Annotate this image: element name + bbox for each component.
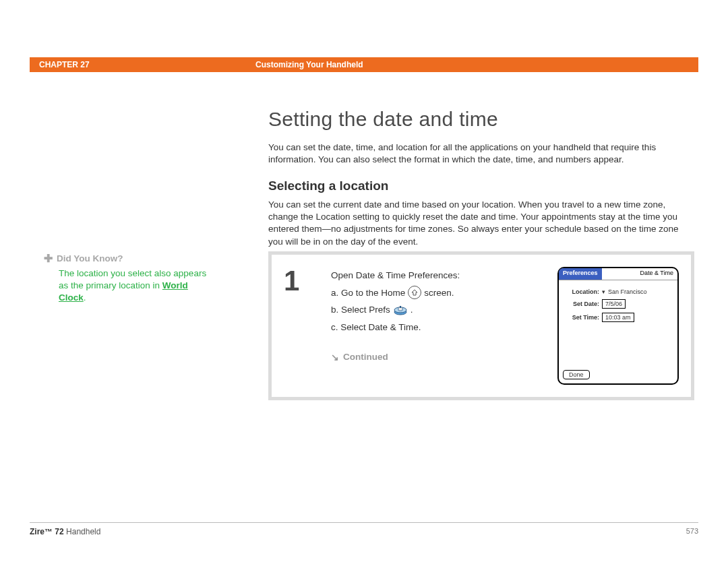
device-screenshot: Preferences Date & Time Location: ▾ San … xyxy=(557,267,679,385)
step-title: Open Date & Time Preferences: xyxy=(331,267,537,284)
step-instructions: Open Date & Time Preferences: a. Go to t… xyxy=(331,267,537,385)
device-date-value: 7/5/06 xyxy=(602,299,626,309)
chapter-header-bar: CHAPTER 27 Customizing Your Handheld xyxy=(30,57,698,72)
page-title: Setting the date and time xyxy=(268,108,498,131)
step-container: 1 Open Date & Time Preferences: a. Go to… xyxy=(268,251,694,400)
device-panel-name: Date & Time xyxy=(636,268,677,280)
device-time-value: 10:03 am xyxy=(602,313,634,322)
page-number: 573 xyxy=(686,527,698,536)
device-time-row: Set Time: 10:03 am xyxy=(566,313,671,322)
device-location-value: San Francisco xyxy=(608,288,647,295)
continued-indicator: ↘ Continued xyxy=(331,348,537,367)
home-icon xyxy=(408,286,421,299)
section-heading: Selecting a location xyxy=(268,179,388,193)
plus-icon: ✚ xyxy=(44,251,53,266)
prefs-icon xyxy=(393,305,408,315)
device-date-row: Set Date: 7/5/06 xyxy=(566,299,671,309)
page-footer: Zire™ 72 Handheld 573 xyxy=(30,522,698,536)
did-you-know-body: The location you select also appears as … xyxy=(59,268,212,305)
step-c: c. Select Date & Time. xyxy=(331,319,537,336)
svg-rect-3 xyxy=(400,306,401,308)
product-name: Zire™ 72 Handheld xyxy=(30,527,100,536)
chapter-number: CHAPTER 27 xyxy=(30,60,255,69)
step-number: 1 xyxy=(284,267,311,385)
step-inner: 1 Open Date & Time Preferences: a. Go to… xyxy=(272,255,691,397)
step-b: b. Select Prefs . xyxy=(331,301,537,319)
dropdown-icon: ▾ xyxy=(602,288,605,295)
did-you-know-label: Did You Know? xyxy=(57,253,123,265)
continued-arrow-icon: ↘ xyxy=(331,348,339,367)
device-location-row: Location: ▾ San Francisco xyxy=(566,288,671,295)
chapter-title: Customizing Your Handheld xyxy=(255,60,363,69)
step-a: a. Go to the Home screen. xyxy=(331,284,537,302)
device-done-button: Done xyxy=(563,370,590,379)
device-titlebar: Preferences Date & Time xyxy=(559,268,677,280)
did-you-know-sidebar: ✚ Did You Know? The location you select … xyxy=(44,251,212,304)
device-app-title: Preferences xyxy=(559,268,602,280)
did-you-know-heading: ✚ Did You Know? xyxy=(44,251,212,266)
device-body: Location: ▾ San Francisco Set Date: 7/5/… xyxy=(559,280,677,334)
intro-paragraph: You can set the date, time, and location… xyxy=(268,142,694,166)
section-paragraph: You can set the current date and time ba… xyxy=(268,199,694,248)
